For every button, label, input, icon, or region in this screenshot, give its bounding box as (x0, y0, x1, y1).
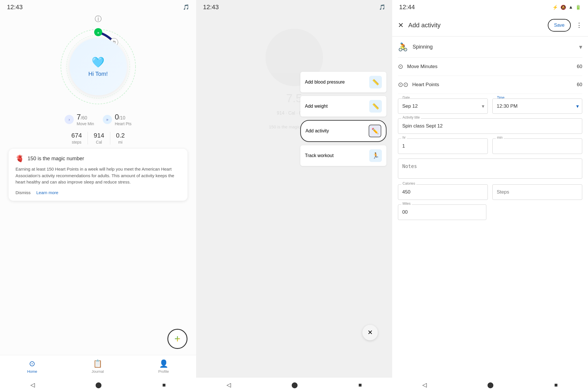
hr-label: hr (401, 136, 407, 140)
home-icon: ⊙ (29, 359, 35, 368)
form-header: ✕ Add activity Save ⋮ (392, 14, 588, 36)
move-min-stat: › 7/60 Move Min (65, 113, 94, 126)
activity-title-input[interactable] (398, 118, 582, 134)
status-time-panel2: 12:43 (203, 3, 219, 11)
heart-points-icon: ⊙⊙ (398, 81, 408, 88)
add-blood-pressure-item[interactable]: Add blood pressure 📏 (300, 72, 386, 92)
heart-pts-value: 0 (115, 113, 119, 121)
min-input[interactable] (492, 138, 582, 154)
bottom-nav: ⊙ Home 📋 Journal 👤 Profile (0, 355, 196, 378)
close-menu-button[interactable]: ✕ (362, 325, 378, 340)
calories-steps-row: Calories (398, 184, 582, 200)
fab-button[interactable]: + (167, 329, 187, 349)
recents-btn-3[interactable]: ■ (554, 382, 558, 388)
battery-icon: 🔋 (575, 5, 581, 10)
move-minutes-row: ⊙ Move Minutes 60 (398, 58, 582, 76)
add-activity-label: Add activity (305, 128, 329, 134)
learn-more-button[interactable]: Learn more (36, 190, 59, 195)
heart-pts-stat: » 0/10 Heart Pts (103, 113, 131, 126)
greeting-text: Hi Tom! (88, 71, 108, 77)
miles-input[interactable] (398, 204, 486, 220)
add-weight-item[interactable]: Add weight 📏 (300, 96, 386, 117)
back-btn-2[interactable]: ◁ (227, 381, 231, 388)
move-minutes-icon: ⊙ (398, 63, 403, 70)
hr-input[interactable] (398, 138, 488, 154)
heart-pts-icon: » (103, 115, 112, 124)
miles-label: mi (116, 140, 125, 144)
music-icon-2: 🎵 (379, 4, 385, 10)
blood-pressure-icon: 📏 (369, 76, 382, 88)
add-activity-item[interactable]: Add activity ✏️ (300, 120, 386, 142)
add-weight-label: Add weight (305, 104, 328, 109)
hr-field-group: hr (398, 138, 488, 154)
cal-label: Cal (94, 140, 104, 144)
activity-ring: » ⏱ 🩵 Hi Tom! (58, 26, 138, 107)
nav-home[interactable]: ⊙ Home (27, 359, 37, 374)
move-min-goal: /60 (81, 115, 87, 120)
back-btn-3[interactable]: ◁ (422, 381, 427, 388)
status-bar-panel1: 12:43 🎵 (0, 0, 196, 14)
svg-text:»: » (97, 31, 99, 35)
date-time-row: Date Sep 12 ▾ Time 12:30 PM ▾ (398, 99, 582, 114)
recents-btn-2[interactable]: ■ (358, 382, 362, 388)
back-btn[interactable]: ◁ (30, 381, 35, 388)
heart-pts-goal: /10 (119, 115, 125, 120)
panel-home: 12:43 🎵 ⓘ » ⏱ (0, 0, 196, 392)
panel-menu: 12:43 🎵 7.5 914 · Cal · 0.2 mi 150 is th… (196, 0, 392, 392)
spinning-icon: 🚴 (398, 42, 408, 52)
close-icon: ✕ (368, 329, 373, 336)
steps-input[interactable] (492, 184, 582, 200)
track-workout-item[interactable]: Track workout 🏃 (300, 145, 386, 166)
music-icon: 🎵 (183, 4, 189, 10)
dismiss-button[interactable]: Dismiss (16, 190, 31, 195)
status-bar-panel2: 12:43 🎵 (196, 0, 392, 14)
date-select[interactable]: Sep 12 (398, 99, 488, 114)
close-button[interactable]: ✕ (398, 21, 404, 29)
profile-icon: 👤 (159, 359, 168, 368)
heart-points-label: Heart Points (412, 82, 439, 88)
steps-value: 674 (71, 132, 82, 139)
time-select-wrapper: 12:30 PM ▾ (492, 99, 582, 114)
home-btn-3[interactable]: ⬤ (487, 381, 494, 388)
form-title: Add activity (408, 22, 543, 29)
plus-icon: + (174, 333, 180, 345)
move-minutes-label: Move Minutes (407, 64, 438, 69)
magic-card-actions: Dismiss Learn more (16, 190, 181, 195)
cal-value: 914 (94, 132, 104, 139)
heart-points-left: ⊙⊙ Heart Points (398, 81, 439, 88)
miles-cell: 0.2 mi (110, 132, 131, 144)
cal-cell: 914 Cal (88, 132, 110, 144)
android-nav-panel1: ◁ ⬤ ■ (0, 378, 196, 392)
steps-field-group (492, 184, 582, 200)
activity-title-label: Activity title (401, 115, 421, 119)
move-minutes-value: 60 (577, 64, 582, 69)
track-icon: 🏃 (369, 149, 382, 162)
steps-label: steps (71, 140, 82, 144)
status-time-panel1: 12:43 (7, 3, 23, 11)
wifi-icon: ▲ (568, 5, 573, 10)
home-btn-2[interactable]: ⬤ (291, 381, 298, 388)
magic-card-body: Earning at least 150 Heart Points in a w… (16, 166, 181, 186)
journal-label: Journal (92, 369, 104, 374)
date-select-wrapper: Sep 12 ▾ (398, 99, 488, 114)
magic-card-title: 150 is the magic number (28, 156, 84, 162)
home-btn[interactable]: ⬤ (95, 381, 102, 388)
time-select[interactable]: 12:30 PM (492, 99, 582, 114)
status-time-panel3: 12:44 (399, 3, 415, 11)
save-button[interactable]: Save (548, 19, 571, 32)
notes-input[interactable] (398, 159, 582, 179)
activity-dropdown-arrow[interactable]: ▾ (579, 43, 582, 51)
heart-points-value: 60 (577, 82, 582, 88)
weight-icon: 📏 (369, 100, 382, 113)
info-icon[interactable]: ⓘ (95, 14, 102, 24)
recents-btn[interactable]: ■ (162, 382, 166, 388)
nav-journal[interactable]: 📋 Journal (92, 359, 104, 374)
calories-input[interactable] (398, 184, 488, 200)
journal-icon: 📋 (93, 359, 102, 368)
nav-profile[interactable]: 👤 Profile (158, 359, 169, 374)
activity-name: Spinning (413, 44, 433, 50)
more-options-button[interactable]: ⋮ (576, 22, 582, 29)
magic-card: 🫀 150 is the magic number Earning at lea… (9, 149, 187, 201)
move-min-value: 7 (77, 113, 81, 121)
save-label: Save (554, 23, 564, 28)
